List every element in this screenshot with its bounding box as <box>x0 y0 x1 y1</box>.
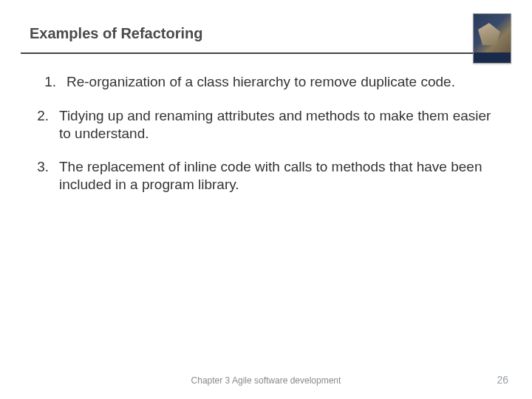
list-number: 3. <box>30 158 49 194</box>
book-cover-thumbnail: SOFTWARE ENGINEERING <box>473 13 511 64</box>
slide-body: 1. Re-organization of a class hierarchy … <box>0 54 532 194</box>
list-text: Tidying up and renaming attributes and m… <box>59 107 502 143</box>
slide-footer: Chapter 3 Agile software development <box>0 375 532 386</box>
list-text: Re-organization of a class hierarchy to … <box>66 73 502 91</box>
list-item: 3. The replacement of inline code with c… <box>30 158 502 194</box>
list-item: 2. Tidying up and renaming attributes an… <box>30 107 502 143</box>
slide-title: Examples of Refactoring <box>30 25 502 42</box>
page-number: 26 <box>497 374 508 386</box>
slide-header: Examples of Refactoring SOFTWARE ENGINEE… <box>0 0 532 42</box>
list-number: 2. <box>30 107 49 143</box>
list-text: The replacement of inline code with call… <box>59 158 502 194</box>
book-cover-label: SOFTWARE ENGINEERING <box>474 54 511 61</box>
footer-chapter: Chapter 3 Agile software development <box>191 375 341 386</box>
list-number: 1. <box>37 73 56 91</box>
list-item: 1. Re-organization of a class hierarchy … <box>30 73 502 91</box>
